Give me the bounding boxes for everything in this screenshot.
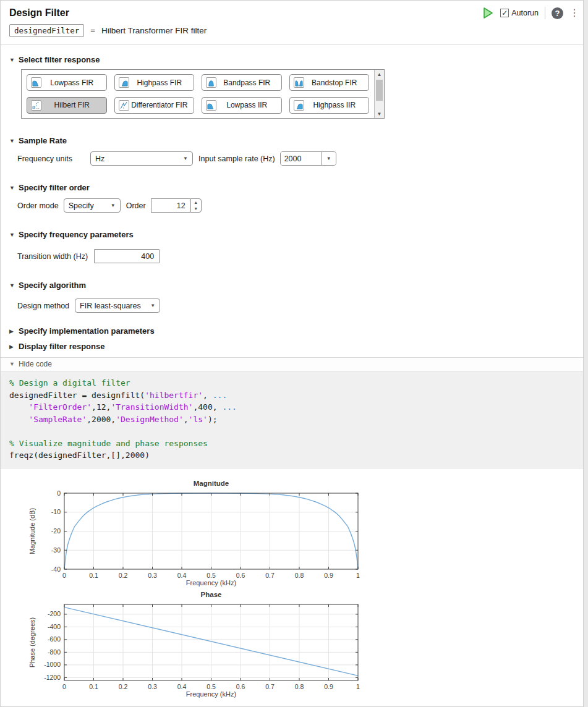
svg-text:0.5: 0.5: [207, 572, 216, 579]
frequency-units-label: Frequency units: [17, 155, 90, 163]
input-sample-rate-field[interactable]: [281, 152, 322, 165]
svg-text:-20: -20: [51, 527, 61, 535]
section-label: Select filter response: [19, 55, 100, 64]
section-filter-response-header[interactable]: ▼ Select filter response: [9, 55, 574, 64]
autorun-toggle[interactable]: ✓ Autorun: [500, 9, 539, 17]
svg-text:0.3: 0.3: [148, 572, 157, 579]
input-sample-rate-combo: ▼: [280, 151, 336, 166]
spinner-down-icon[interactable]: ▼: [191, 206, 201, 213]
svg-text:0: 0: [57, 489, 61, 496]
svg-text:0.6: 0.6: [236, 572, 245, 579]
filter-option-label: Differentiator FIR: [129, 101, 190, 109]
svg-text:0.1: 0.1: [89, 572, 98, 579]
lowpass-fir-icon: [31, 77, 41, 88]
scrollbar-thumb[interactable]: [376, 80, 383, 101]
bandpass-fir-icon: [206, 77, 216, 88]
spinner-up-icon[interactable]: ▲: [191, 199, 201, 206]
code-line: % Design a digital filter: [9, 377, 574, 389]
overflow-menu-icon[interactable]: ⋮: [569, 11, 574, 15]
svg-text:0.8: 0.8: [295, 572, 304, 579]
svg-text:1: 1: [356, 572, 360, 579]
filter-option-label: Hilbert FIR: [41, 101, 103, 109]
svg-text:-400: -400: [48, 622, 61, 630]
chevron-down-icon: ▼: [147, 303, 155, 308]
filter-option-label: Bandpass FIR: [216, 78, 278, 87]
filter-option-highpass-iir[interactable]: Highpass IIR: [289, 97, 370, 114]
filter-description: Hilbert Transformer FIR filter: [101, 26, 207, 35]
svg-text:0.4: 0.4: [177, 683, 187, 690]
highpass-iir-icon: [294, 100, 304, 111]
filter-option-lowpass-iir[interactable]: Lowpass IIR: [202, 97, 282, 114]
svg-text:0.2: 0.2: [119, 572, 128, 579]
code-editor[interactable]: % Design a digital filterdesignedFilter …: [1, 371, 583, 469]
phase-plot: 00.10.20.30.40.50.60.70.80.91-200-400-60…: [22, 589, 583, 700]
filter-option-hilbert-fir[interactable]: Hilbert FIR: [27, 97, 107, 114]
svg-text:-1200: -1200: [44, 673, 61, 680]
svg-text:-40: -40: [51, 565, 61, 572]
output-variable-box[interactable]: designedFilter: [9, 24, 84, 37]
filter-option-lowpass-fir[interactable]: Lowpass FIR: [27, 74, 107, 91]
frequency-units-dropdown[interactable]: Hz ▼: [90, 151, 193, 166]
svg-text:-10: -10: [51, 508, 61, 515]
scrollbar-track[interactable]: [375, 78, 384, 109]
design-filter-task: Design Filter ✓ Autorun ? ⋮ designedFilt…: [0, 0, 584, 707]
scroll-up-icon[interactable]: ▲: [377, 70, 382, 78]
order-spin-buttons: ▲ ▼: [190, 198, 202, 213]
gallery-scrollbar[interactable]: ▲ ▼: [374, 70, 384, 118]
figure-output: 00.10.20.30.40.50.60.70.80.910-10-20-30-…: [1, 469, 583, 706]
hide-code-toggle[interactable]: ▼ Hide code: [1, 357, 583, 371]
chevron-right-icon: ▶: [9, 328, 15, 334]
transition-width-field[interactable]: [94, 249, 160, 263]
section-implementation-header[interactable]: ▶ Specify implementation parameters: [9, 326, 574, 336]
section-label: Specify filter order: [19, 183, 90, 192]
bandstop-fir-icon: [294, 77, 304, 88]
scroll-down-icon[interactable]: ▼: [377, 109, 382, 118]
svg-text:0.3: 0.3: [148, 683, 157, 690]
svg-text:-200: -200: [48, 610, 61, 617]
filter-option-differentiator-fir[interactable]: Differentiator FIR: [114, 97, 195, 114]
lowpass-iir-icon: [206, 100, 216, 111]
filter-option-highpass-fir[interactable]: Highpass FIR: [114, 74, 195, 91]
svg-text:0.8: 0.8: [295, 683, 304, 690]
autorun-label: Autorun: [511, 9, 539, 17]
order-mode-value: Specify: [69, 201, 94, 210]
chevron-down-icon: ▼: [9, 282, 15, 289]
filter-response-gallery: Lowpass FIRHighpass FIRBandpass FIRBands…: [21, 69, 385, 119]
filter-option-bandstop-fir[interactable]: Bandstop FIR: [289, 74, 370, 91]
section-sample-rate-header[interactable]: ▼ Sample Rate: [9, 136, 574, 145]
code-line: 'FilterOrder',12,'TransitionWidth',400, …: [9, 401, 574, 413]
svg-text:Frequency (kHz): Frequency (kHz): [186, 579, 236, 586]
section-frequency-params-header[interactable]: ▼ Specify frequency parameters: [9, 230, 574, 239]
svg-text:0.5: 0.5: [207, 683, 216, 690]
svg-text:0.1: 0.1: [89, 683, 98, 690]
svg-text:Magnitude (dB): Magnitude (dB): [28, 507, 36, 554]
order-field[interactable]: [151, 198, 190, 213]
order-mode-dropdown[interactable]: Specify ▼: [64, 198, 121, 213]
svg-text:0.7: 0.7: [265, 683, 275, 690]
svg-text:-800: -800: [48, 648, 61, 655]
section-label: Display filter response: [19, 342, 104, 351]
autorun-checkbox[interactable]: ✓: [500, 9, 509, 17]
run-button[interactable]: [482, 7, 494, 19]
design-method-dropdown[interactable]: FIR least-squares ▼: [75, 298, 160, 313]
input-sample-rate-dropdown-button[interactable]: ▼: [322, 152, 336, 165]
svg-text:0: 0: [62, 683, 66, 690]
input-sample-rate-label: Input sample rate (Hz): [198, 155, 275, 163]
highpass-fir-icon: [119, 77, 129, 88]
section-filter-order-header[interactable]: ▼ Specify filter order: [9, 183, 574, 192]
section-algorithm-header[interactable]: ▼ Specify algorithm: [9, 281, 574, 290]
svg-text:0.9: 0.9: [324, 572, 333, 579]
chevron-down-icon: ▼: [107, 203, 116, 208]
chevron-right-icon: ▶: [9, 344, 15, 350]
filter-option-bandpass-fir[interactable]: Bandpass FIR: [202, 74, 282, 91]
code-line: % Visualize magnitude and phase response…: [9, 438, 574, 450]
gallery-grid: Lowpass FIRHighpass FIRBandpass FIRBands…: [22, 70, 374, 118]
help-icon[interactable]: ?: [552, 7, 563, 19]
section-label: Specify implementation parameters: [19, 326, 155, 336]
output-signature: designedFilter = Hilbert Transformer FIR…: [1, 20, 583, 45]
section-display-response-header[interactable]: ▶ Display filter response: [9, 342, 574, 351]
chevron-down-icon: ▼: [9, 232, 15, 238]
chevron-down-icon: ▼: [9, 185, 15, 191]
chevron-down-icon: ▼: [9, 361, 15, 367]
code-line: [9, 425, 574, 438]
